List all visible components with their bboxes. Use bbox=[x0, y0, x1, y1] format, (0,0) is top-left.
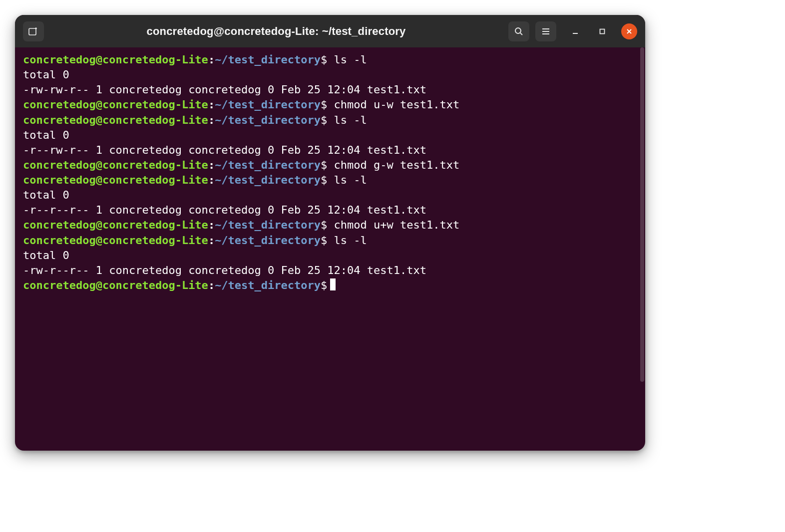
prompt-symbol: $ bbox=[321, 98, 327, 111]
hamburger-icon bbox=[541, 26, 551, 36]
prompt-path: ~/test_directory bbox=[215, 219, 321, 231]
terminal-output-line: -rw-r--r-- 1 concretedog concretedog 0 F… bbox=[23, 263, 637, 278]
terminal-line: concretedog@concretedog-Lite:~/test_dire… bbox=[23, 218, 637, 233]
prompt-path: ~/test_directory bbox=[215, 159, 321, 171]
window-controls bbox=[567, 23, 637, 39]
window-title: concretedog@concretedog-Lite: ~/test_dir… bbox=[50, 25, 502, 38]
svg-rect-9 bbox=[600, 29, 605, 33]
svg-rect-0 bbox=[29, 28, 36, 35]
terminal-line: concretedog@concretedog-Lite:~/test_dire… bbox=[23, 173, 637, 188]
prompt-symbol: $ bbox=[321, 159, 327, 171]
prompt-user-host: concretedog@concretedog-Lite bbox=[23, 114, 208, 126]
command-text: ls -l bbox=[327, 234, 367, 247]
prompt-path: ~/test_directory bbox=[215, 114, 321, 126]
prompt-symbol: $ bbox=[321, 279, 327, 291]
command-text: chmod u+w test1.txt bbox=[327, 219, 459, 231]
command-text: chmod g-w test1.txt bbox=[327, 159, 459, 171]
prompt-user-host: concretedog@concretedog-Lite bbox=[23, 98, 208, 111]
terminal-output-line: total 0 bbox=[23, 67, 637, 82]
terminal-output-line: -r--r--r-- 1 concretedog concretedog 0 F… bbox=[23, 203, 637, 218]
command-text: ls -l bbox=[327, 174, 367, 186]
search-icon bbox=[514, 26, 524, 36]
prompt-colon: : bbox=[208, 174, 215, 186]
prompt-user-host: concretedog@concretedog-Lite bbox=[23, 279, 208, 291]
prompt-colon: : bbox=[208, 53, 215, 66]
prompt-symbol: $ bbox=[321, 234, 327, 247]
minimize-button[interactable] bbox=[567, 23, 583, 39]
prompt-path: ~/test_directory bbox=[215, 234, 321, 247]
new-tab-button[interactable] bbox=[23, 21, 44, 41]
prompt-colon: : bbox=[208, 114, 215, 126]
prompt-symbol: $ bbox=[321, 219, 327, 231]
search-button[interactable] bbox=[508, 21, 529, 41]
titlebar: concretedog@concretedog-Lite: ~/test_dir… bbox=[15, 15, 645, 47]
terminal-output-line: total 0 bbox=[23, 188, 637, 203]
maximize-icon bbox=[599, 28, 606, 35]
prompt-user-host: concretedog@concretedog-Lite bbox=[23, 219, 208, 231]
prompt-symbol: $ bbox=[321, 53, 327, 66]
close-button[interactable] bbox=[621, 23, 637, 39]
new-tab-icon bbox=[28, 26, 39, 36]
terminal-line: concretedog@concretedog-Lite:~/test_dire… bbox=[23, 52, 637, 67]
cursor bbox=[330, 278, 336, 290]
prompt-symbol: $ bbox=[321, 114, 327, 126]
terminal-body[interactable]: concretedog@concretedog-Lite:~/test_dire… bbox=[15, 47, 645, 451]
prompt-path: ~/test_directory bbox=[215, 98, 321, 111]
menu-button[interactable] bbox=[535, 21, 556, 41]
command-text: chmod u-w test1.txt bbox=[327, 98, 459, 111]
terminal-line: concretedog@concretedog-Lite:~/test_dire… bbox=[23, 113, 637, 128]
terminal-output-line: -rw-rw-r-- 1 concretedog concretedog 0 F… bbox=[23, 82, 637, 97]
prompt-path: ~/test_directory bbox=[215, 174, 321, 186]
scroll-thumb[interactable] bbox=[640, 47, 644, 382]
prompt-colon: : bbox=[208, 98, 215, 111]
prompt-colon: : bbox=[208, 234, 215, 247]
prompt-path: ~/test_directory bbox=[215, 53, 321, 66]
prompt-user-host: concretedog@concretedog-Lite bbox=[23, 159, 208, 171]
terminal-line: concretedog@concretedog-Lite:~/test_dire… bbox=[23, 158, 637, 173]
scrollbar[interactable] bbox=[639, 47, 644, 441]
command-text: ls -l bbox=[327, 114, 367, 126]
close-icon bbox=[626, 28, 633, 35]
prompt-colon: : bbox=[208, 279, 215, 291]
prompt-user-host: concretedog@concretedog-Lite bbox=[23, 234, 208, 247]
prompt-user-host: concretedog@concretedog-Lite bbox=[23, 53, 208, 66]
svg-line-4 bbox=[520, 33, 522, 35]
terminal-output-line: total 0 bbox=[23, 248, 637, 263]
svg-point-3 bbox=[515, 28, 521, 33]
prompt-path: ~/test_directory bbox=[215, 279, 321, 291]
prompt-user-host: concretedog@concretedog-Lite bbox=[23, 174, 208, 186]
prompt-colon: : bbox=[208, 219, 215, 231]
prompt-symbol: $ bbox=[321, 174, 327, 186]
prompt-colon: : bbox=[208, 159, 215, 171]
minimize-icon bbox=[572, 28, 579, 35]
terminal-window: concretedog@concretedog-Lite: ~/test_dir… bbox=[15, 15, 645, 451]
command-text: ls -l bbox=[327, 53, 367, 66]
terminal-output-line: -r--rw-r-- 1 concretedog concretedog 0 F… bbox=[23, 143, 637, 158]
terminal-line: concretedog@concretedog-Lite:~/test_dire… bbox=[23, 278, 637, 293]
terminal-output-line: total 0 bbox=[23, 128, 637, 143]
maximize-button[interactable] bbox=[594, 23, 610, 39]
terminal-line: concretedog@concretedog-Lite:~/test_dire… bbox=[23, 97, 637, 112]
terminal-line: concretedog@concretedog-Lite:~/test_dire… bbox=[23, 233, 637, 248]
